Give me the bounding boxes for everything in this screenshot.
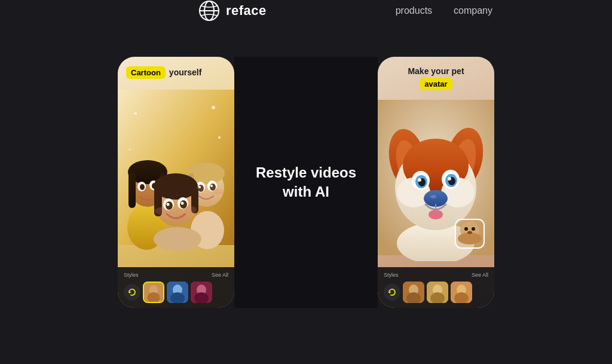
make-pet-label: Make your pet bbox=[386, 66, 486, 76]
cartoon-badge-suffix: yourself bbox=[169, 68, 201, 77]
svg-point-32 bbox=[154, 227, 201, 251]
svg-point-80 bbox=[464, 227, 468, 231]
right-phone-bottom: Styles See All bbox=[378, 267, 494, 308]
left-phone-card: Cartoon yourself bbox=[118, 57, 234, 308]
svg-point-76 bbox=[429, 210, 443, 219]
svg-point-16 bbox=[140, 184, 145, 190]
svg-marker-83 bbox=[389, 291, 391, 293]
svg-point-7 bbox=[129, 148, 131, 150]
svg-point-6 bbox=[218, 136, 221, 139]
see-all-left[interactable]: See All bbox=[212, 272, 228, 278]
styles-label-left: Styles bbox=[124, 272, 139, 278]
svg-point-79 bbox=[458, 233, 482, 244]
retry-icon bbox=[128, 288, 136, 296]
nav: products company bbox=[396, 5, 492, 16]
svg-point-5 bbox=[212, 106, 215, 109]
header: reface products company bbox=[0, 0, 612, 22]
see-all-right[interactable]: See All bbox=[472, 272, 488, 278]
svg-point-43 bbox=[181, 201, 184, 204]
right-phone-header: Make your pet avatar bbox=[378, 57, 494, 94]
styles-row-left: Styles See All bbox=[124, 272, 228, 278]
nav-company[interactable]: company bbox=[454, 5, 492, 16]
middle-section: Restyle videos with AI bbox=[234, 57, 378, 308]
thumb-1-right[interactable] bbox=[403, 282, 424, 303]
svg-point-41 bbox=[180, 200, 187, 209]
avatar-badge: avatar bbox=[420, 78, 452, 90]
svg-point-29 bbox=[210, 185, 213, 187]
retry-button-right[interactable] bbox=[384, 284, 400, 301]
cartoon-characters-svg bbox=[118, 84, 234, 251]
svg-point-18 bbox=[145, 189, 150, 193]
svg-point-73 bbox=[448, 177, 451, 181]
svg-point-42 bbox=[167, 203, 170, 206]
logo-text: reface bbox=[226, 3, 267, 19]
svg-point-75 bbox=[430, 195, 436, 198]
svg-point-40 bbox=[166, 201, 173, 210]
thumb-row-left bbox=[124, 282, 228, 303]
left-phone-illustration bbox=[118, 84, 234, 251]
thumb-selected-left[interactable] bbox=[143, 282, 164, 303]
thumb-3-right[interactable] bbox=[451, 282, 472, 303]
svg-marker-46 bbox=[129, 291, 131, 293]
dog-avatar-svg bbox=[378, 94, 494, 261]
right-phone-illustration bbox=[378, 94, 494, 261]
svg-point-4 bbox=[134, 112, 137, 115]
right-phone-card: Make your pet avatar bbox=[378, 57, 494, 308]
svg-point-82 bbox=[467, 231, 472, 234]
retry-icon-right bbox=[388, 288, 396, 296]
styles-row-right: Styles See All bbox=[384, 272, 488, 278]
svg-point-45 bbox=[185, 206, 197, 213]
retry-button-left[interactable] bbox=[124, 284, 140, 301]
styles-label-right: Styles bbox=[384, 272, 399, 278]
nav-products[interactable]: products bbox=[396, 5, 432, 16]
svg-point-44 bbox=[155, 207, 167, 215]
svg-point-72 bbox=[418, 178, 421, 182]
svg-point-81 bbox=[472, 227, 475, 231]
thumb-3-left[interactable] bbox=[191, 282, 212, 303]
svg-point-26 bbox=[198, 185, 204, 192]
logo[interactable]: reface bbox=[198, 0, 267, 22]
logo-icon bbox=[198, 0, 220, 22]
thumb-2-right[interactable] bbox=[427, 282, 448, 303]
thumb-row-right bbox=[384, 282, 488, 303]
cartoon-badge: Cartoon bbox=[126, 66, 166, 79]
main-content: Cartoon yourself bbox=[0, 22, 612, 342]
middle-text: Restyle videos with AI bbox=[256, 163, 356, 200]
left-phone-bottom: Styles See All bbox=[118, 267, 234, 308]
left-phone-header: Cartoon yourself bbox=[118, 57, 234, 84]
svg-point-31 bbox=[213, 189, 224, 195]
svg-point-28 bbox=[198, 186, 201, 188]
thumb-2-left[interactable] bbox=[167, 282, 188, 303]
svg-rect-12 bbox=[128, 172, 136, 208]
